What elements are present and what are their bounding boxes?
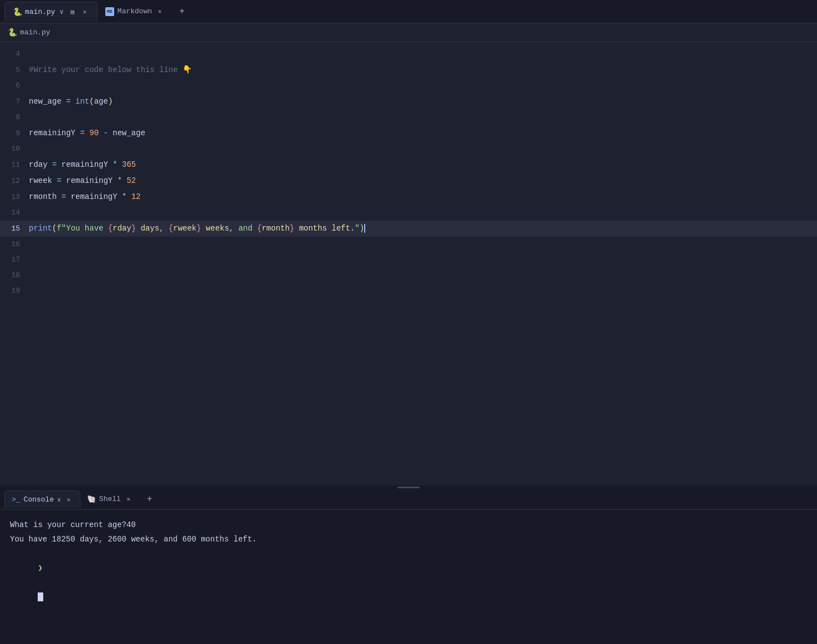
code-container: 4 5 #Write your code below this line 👇 6… (0, 42, 817, 485)
resize-grip (397, 487, 420, 488)
line-num-15: 15 (0, 221, 29, 237)
line-num-13: 13 (0, 190, 29, 205)
python-icon: 🐍 (13, 7, 22, 16)
tab-main-py-preview-icon[interactable]: ▤ (68, 7, 77, 16)
line-content-9: remainingY = 90 - new_age (29, 125, 817, 141)
shell-icon: 🐚 (87, 495, 96, 504)
tab-main-py-label: main.py (25, 8, 55, 16)
console-icon: >_ (12, 495, 21, 504)
line-num-7: 7 (0, 94, 29, 110)
code-line-15: 15 print(f"You have {rday} days, {rweek}… (0, 221, 817, 237)
line-num-8: 8 (0, 110, 29, 125)
code-line-11: 11 rday = remainingY * 365 (0, 157, 817, 173)
breadcrumb-python-icon: 🐍 (8, 28, 17, 37)
terminal-tab-add[interactable]: + (142, 492, 157, 507)
line-num-14: 14 (0, 205, 29, 221)
code-line-12: 12 rweek = remainingY * 52 (0, 173, 817, 189)
code-line-16: 16 (0, 237, 817, 252)
tab-main-py-close[interactable]: ✕ (80, 7, 89, 16)
line-content-7: new_age = int(age) (29, 94, 817, 109)
line-num-5: 5 (0, 63, 29, 78)
terminal-prompt-space (38, 578, 42, 587)
code-line-5: 5 #Write your code below this line 👇 (0, 62, 817, 78)
terminal-prompt-symbol: ❯ (38, 564, 42, 573)
line-num-6: 6 (0, 78, 29, 94)
terminal-output-line-2: You have 18250 days, 2600 weeks, and 600… (10, 532, 807, 546)
terminal-cursor (38, 592, 43, 601)
terminal-tab-console-label: Console (24, 495, 54, 504)
tab-markdown-close[interactable]: ✕ (155, 7, 164, 16)
terminal-tab-shell[interactable]: 🐚 Shell ✕ (80, 490, 140, 508)
code-line-9: 9 remainingY = 90 - new_age (0, 125, 817, 141)
line-num-16: 16 (0, 237, 29, 252)
tab-markdown[interactable]: MD Markdown ✕ (98, 2, 172, 22)
terminal-tab-bar: >_ Console ∨ ✕ 🐚 Shell ✕ + (0, 489, 817, 510)
line-content-11: rday = remainingY * 365 (29, 157, 817, 172)
markdown-icon: MD (105, 7, 114, 16)
line-num-12: 12 (0, 173, 29, 189)
code-line-6: 6 (0, 78, 817, 94)
line-content-13: rmonth = remainingY * 12 (29, 189, 817, 205)
terminal-prompt-line: ❯ (10, 546, 807, 619)
breadcrumb: 🐍 main.py (0, 23, 817, 42)
terminal-content[interactable]: What is your current age?40 You have 182… (0, 510, 817, 644)
terminal-tab-shell-label: Shell (99, 495, 121, 503)
terminal-tab-console[interactable]: >_ Console ∨ ✕ (4, 490, 80, 508)
line-num-4: 4 (0, 47, 29, 62)
line-num-10: 10 (0, 141, 29, 157)
code-line-19: 19 (0, 283, 817, 299)
line-num-18: 18 (0, 268, 29, 283)
code-line-7: 7 new_age = int(age) (0, 94, 817, 110)
line-num-9: 9 (0, 126, 29, 141)
line-num-11: 11 (0, 157, 29, 173)
code-line-4: 4 (0, 47, 817, 62)
line-num-17: 17 (0, 252, 29, 268)
line-content-15: print(f"You have {rday} days, {rweek} we… (29, 221, 817, 236)
code-editor[interactable]: 4 5 #Write your code below this line 👇 6… (0, 42, 817, 485)
tab-main-py[interactable]: 🐍 main.py ∨ ▤ ✕ (4, 2, 98, 22)
tab-markdown-label: Markdown (118, 7, 152, 16)
terminal-output-line-1: What is your current age?40 (10, 518, 807, 532)
code-line-17: 17 (0, 252, 817, 268)
code-line-8: 8 (0, 110, 817, 125)
code-line-13: 13 rmonth = remainingY * 12 (0, 189, 817, 205)
terminal-panel: >_ Console ∨ ✕ 🐚 Shell ✕ + What is your … (0, 489, 817, 644)
terminal-tab-console-close[interactable]: ✕ (64, 495, 73, 504)
console-chevron[interactable]: ∨ (57, 496, 61, 503)
terminal-tab-shell-close[interactable]: ✕ (124, 495, 133, 504)
line-content-5: #Write your code below this line 👇 (29, 62, 817, 78)
code-line-14: 14 (0, 205, 817, 221)
editor-tab-bar: 🐍 main.py ∨ ▤ ✕ MD Markdown ✕ + (0, 0, 817, 23)
line-num-19: 19 (0, 283, 29, 299)
code-line-18: 18 (0, 268, 817, 283)
code-line-10: 10 (0, 141, 817, 157)
line-content-12: rweek = remainingY * 52 (29, 173, 817, 188)
breadcrumb-filename: main.py (20, 28, 50, 37)
tab-add-button[interactable]: + (174, 4, 190, 19)
tab-chevron[interactable]: ∨ (59, 8, 65, 16)
